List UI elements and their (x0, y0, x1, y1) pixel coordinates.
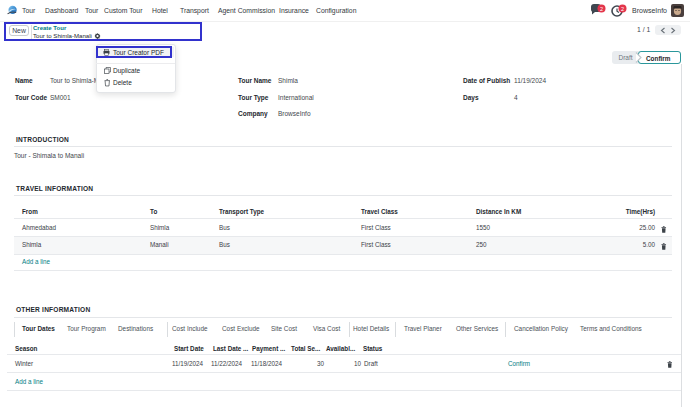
svg-text:2: 2 (600, 6, 603, 12)
svg-text:2: 2 (621, 6, 624, 12)
